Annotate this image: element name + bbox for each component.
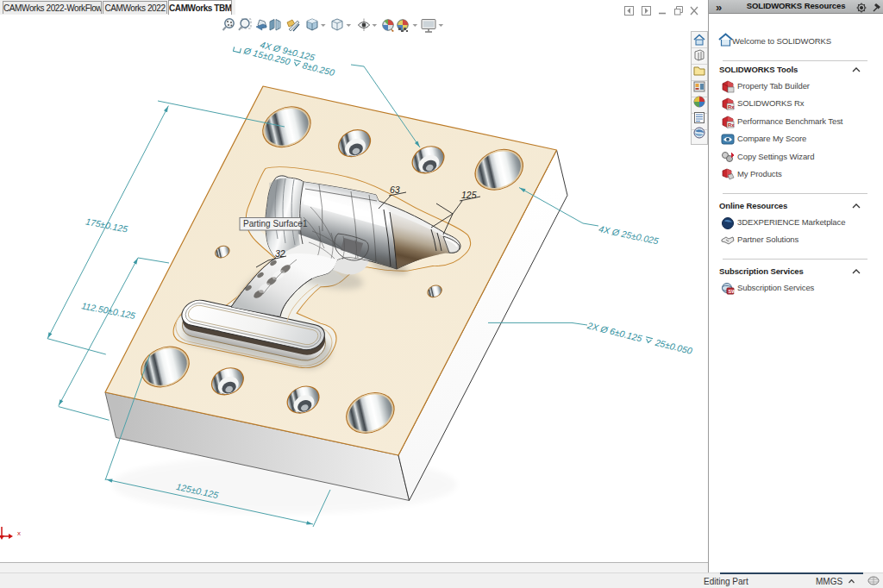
svg-text:125: 125 <box>461 190 477 200</box>
svg-text:32: 32 <box>275 248 285 259</box>
svg-text:SW: SW <box>729 289 736 294</box>
svg-text:Rx: Rx <box>728 122 735 128</box>
svg-text:8±0.250: 8±0.250 <box>302 59 336 78</box>
svg-text:25±0.050: 25±0.050 <box>654 336 693 356</box>
svg-text:x: x <box>17 529 21 537</box>
svg-text:2X Ø 6±0.125: 2X Ø 6±0.125 <box>586 320 643 344</box>
svg-text:112.50±0.125: 112.50±0.125 <box>81 300 137 321</box>
svg-text:4X Ø 25±0.025: 4X Ø 25±0.025 <box>598 223 660 246</box>
svg-text:175±0.125: 175±0.125 <box>85 216 128 234</box>
svg-text:63: 63 <box>390 185 400 195</box>
svg-text:Parting Surface1: Parting Surface1 <box>243 219 308 228</box>
svg-text:Rx: Rx <box>728 104 735 109</box>
